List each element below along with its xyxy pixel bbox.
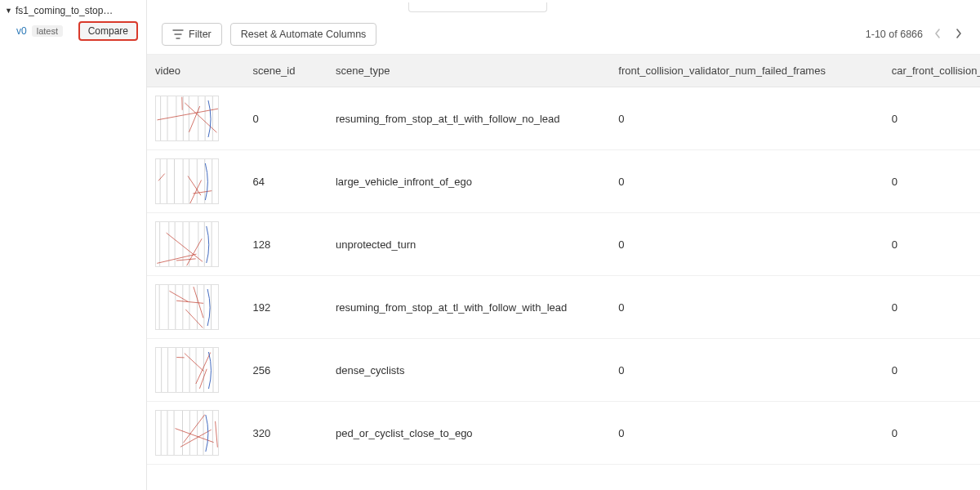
cell-scene-id: 192: [244, 276, 327, 339]
col-header-car-front-collision[interactable]: car_front_collision_validator_num_failed…: [884, 55, 980, 87]
cell-car-front-collision: 0: [884, 276, 980, 339]
cell-video: [147, 276, 244, 339]
cell-scene-type: unprotected_turn: [327, 213, 610, 276]
cell-scene-id: 128: [244, 213, 327, 276]
video-thumbnail[interactable]: [155, 284, 219, 330]
table-header-row: video scene_id scene_type front_collisio…: [147, 55, 980, 87]
svg-line-10: [157, 109, 219, 120]
cell-front-collision: 0: [610, 150, 883, 213]
cell-video: [147, 87, 244, 150]
svg-line-69: [216, 421, 218, 448]
table-row[interactable]: 0 resuming_from_stop_at_tl_with_follow_n…: [147, 87, 980, 150]
cell-scene-type: large_vehicle_infront_of_ego: [327, 150, 610, 213]
node-name: fs1_coming_to_stop…: [16, 5, 113, 16]
svg-line-44: [185, 310, 203, 328]
cell-scene-id: 320: [244, 402, 327, 465]
toolbar: Filter Reset & Automate Columns 1-10 of …: [147, 15, 980, 54]
version-tag[interactable]: v0: [16, 25, 27, 37]
cell-front-collision: 0: [610, 213, 883, 276]
cell-car-front-collision: 0: [884, 339, 980, 402]
cell-scene-type: ped_or_cyclist_close_to_ego: [327, 402, 610, 465]
table-row[interactable]: 192 resuming_from_stop_at_tl_with_follow…: [147, 276, 980, 339]
svg-line-68: [183, 415, 204, 443]
cell-scene-type: resuming_from_stop_at_tl_with_follow_wit…: [327, 276, 610, 339]
cell-front-collision: 0: [610, 339, 883, 402]
filter-button[interactable]: Filter: [162, 23, 222, 46]
reset-columns-button[interactable]: Reset & Automate Columns: [230, 23, 377, 46]
col-header-scene-id[interactable]: scene_id: [244, 55, 327, 87]
cell-front-collision: 0: [610, 402, 883, 465]
pagination: 1-10 of 6866: [866, 26, 965, 42]
page-prev-button[interactable]: [931, 26, 944, 42]
video-thumbnail[interactable]: [155, 158, 219, 204]
svg-line-35: [176, 259, 196, 261]
cell-car-front-collision: 0: [884, 150, 980, 213]
table-row[interactable]: 64 large_vehicle_infront_of_ego 0 0: [147, 150, 980, 213]
table-row[interactable]: 320 ped_or_cyclist_close_to_ego 0 0: [147, 402, 980, 465]
cell-scene-id: 0: [244, 87, 327, 150]
cell-scene-id: 256: [244, 339, 327, 402]
tree-node[interactable]: ▼ fs1_coming_to_stop…: [0, 3, 146, 18]
cell-car-front-collision: 0: [884, 213, 980, 276]
cell-front-collision: 0: [610, 276, 883, 339]
cell-video: [147, 150, 244, 213]
col-header-front-collision[interactable]: front_collision_validator_num_failed_fra…: [610, 55, 883, 87]
data-table: video scene_id scene_type front_collisio…: [147, 55, 980, 465]
svg-line-59: [199, 369, 207, 389]
cell-video: [147, 213, 244, 276]
svg-line-21: [189, 180, 202, 204]
cell-car-front-collision: 0: [884, 402, 980, 465]
svg-line-23: [158, 174, 165, 181]
col-header-video[interactable]: video: [147, 55, 244, 87]
video-thumbnail[interactable]: [155, 221, 219, 267]
table-wrapper[interactable]: video scene_id scene_type front_collisio…: [147, 54, 980, 490]
sidebar: ▼ fs1_coming_to_stop… v0 latest Compare: [0, 0, 147, 490]
cell-scene-type: resuming_from_stop_at_tl_with_follow_no_…: [327, 87, 610, 150]
table-row[interactable]: 128 unprotected_turn 0 0: [147, 213, 980, 276]
caret-down-icon: ▼: [5, 7, 12, 15]
cell-video: [147, 402, 244, 465]
table-row[interactable]: 256 dense_cyclists 0 0: [147, 339, 980, 402]
main: Filter Reset & Automate Columns 1-10 of …: [147, 0, 980, 490]
filter-label: Filter: [189, 29, 212, 40]
compare-button[interactable]: Compare: [78, 21, 138, 41]
svg-line-32: [187, 238, 202, 265]
video-thumbnail[interactable]: [155, 410, 219, 456]
cell-video: [147, 339, 244, 402]
top-search-stub[interactable]: [408, 2, 547, 12]
filter-icon: [172, 29, 184, 39]
cell-front-collision: 0: [610, 87, 883, 150]
svg-line-47: [169, 291, 188, 301]
col-header-scene-type[interactable]: scene_type: [327, 55, 610, 87]
svg-line-45: [176, 301, 203, 303]
top-bar: [147, 0, 980, 15]
video-thumbnail[interactable]: [155, 96, 219, 141]
latest-badge: latest: [32, 25, 63, 37]
video-thumbnail[interactable]: [155, 347, 219, 393]
version-row: v0 latest Compare: [0, 18, 146, 44]
page-next-button[interactable]: [952, 26, 965, 42]
cell-scene-id: 64: [244, 150, 327, 213]
pagination-text: 1-10 of 6866: [866, 29, 923, 40]
cell-car-front-collision: 0: [884, 87, 980, 150]
cell-scene-type: dense_cyclists: [327, 339, 610, 402]
svg-line-56: [185, 354, 204, 372]
svg-line-11: [185, 103, 216, 132]
